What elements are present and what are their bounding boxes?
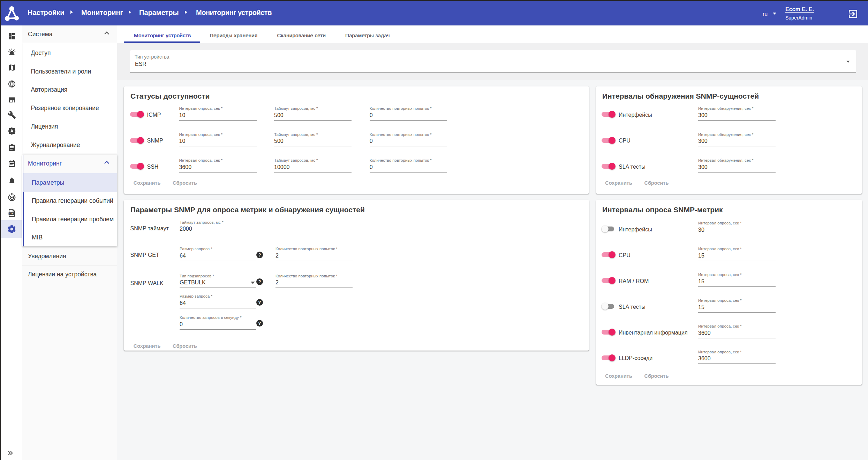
svg-text:LOG: LOG (9, 213, 14, 215)
